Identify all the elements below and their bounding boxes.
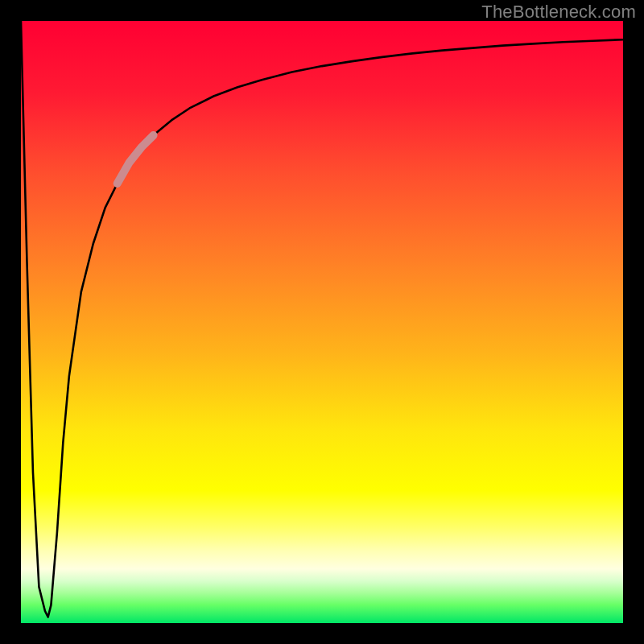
curve-layer: [21, 21, 623, 623]
chart-frame: TheBottleneck.com: [0, 0, 644, 644]
plot-area: [21, 21, 623, 623]
bottleneck-curve: [21, 21, 623, 617]
highlight-segment: [118, 135, 154, 184]
watermark-text: TheBottleneck.com: [481, 2, 636, 23]
